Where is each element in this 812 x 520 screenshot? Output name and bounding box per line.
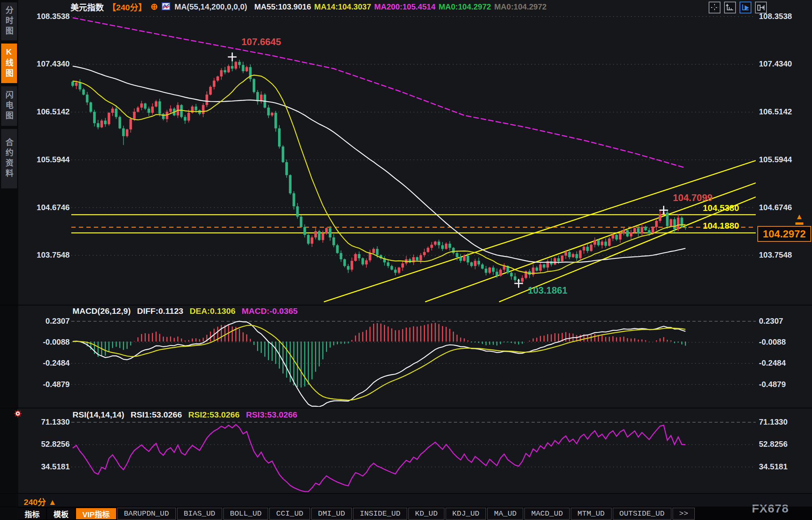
toolbar-tab->>[interactable]: >> bbox=[673, 508, 695, 520]
app-window: 分时图K线图闪电图合约资料 美元指数 【240分】 ⊕ MA(55,14,200… bbox=[0, 0, 812, 520]
hline-label: 104.5380 bbox=[692, 203, 739, 213]
toolbar-tab-指标[interactable]: 指标 bbox=[18, 508, 46, 519]
toolbar-tab-MA_UD[interactable]: MA_UD bbox=[487, 508, 523, 520]
macd-tick-right: -0.2484 bbox=[759, 359, 786, 368]
toolbar-tab-CCI_UD[interactable]: CCI_UD bbox=[269, 508, 310, 520]
price-tick-right: 108.3538 bbox=[759, 12, 792, 21]
pane-separator bbox=[0, 493, 812, 494]
svg-text:104.7099: 104.7099 bbox=[673, 192, 713, 203]
rsi-tick-right: 71.1330 bbox=[759, 418, 787, 427]
toolbar-tab-DMI_UD[interactable]: DMI_UD bbox=[311, 508, 352, 520]
date-axis bbox=[18, 494, 812, 507]
macd-tick-left: 0.2307 bbox=[23, 317, 70, 326]
target-icon[interactable] bbox=[13, 409, 22, 419]
macd-tick-right: 0.2307 bbox=[759, 317, 783, 326]
toolbar-tab-BIAS_UD[interactable]: BIAS_UD bbox=[177, 508, 222, 520]
toolbar-tab-VIP指标[interactable]: VIP指标 bbox=[76, 508, 116, 519]
brand-watermark: FX678 bbox=[752, 502, 789, 515]
price-tick-right: 104.6746 bbox=[759, 203, 792, 212]
toolbar-tab-OUTSIDE_UD[interactable]: OUTSIDE_UD bbox=[613, 508, 671, 520]
toolbar-tab-MACD_UD[interactable]: MACD_UD bbox=[524, 508, 570, 520]
macd-tick-right: -0.4879 bbox=[759, 380, 786, 389]
price-tick-left: 107.4340 bbox=[23, 59, 70, 68]
price-tick-right: 103.7548 bbox=[759, 251, 792, 260]
indicator-toolbar: 指标模板VIP指标BARUPDN_UDBIAS_UDBOLL_UDCCI_UDD… bbox=[18, 507, 812, 520]
toolbar-tab-BOLL_UD[interactable]: BOLL_UD bbox=[223, 508, 269, 520]
svg-text:107.6645: 107.6645 bbox=[241, 36, 281, 47]
toolbar-tab-KDJ_UD[interactable]: KDJ_UD bbox=[446, 508, 486, 520]
chart-canvas[interactable]: 107.6645103.1861104.7099 bbox=[0, 0, 812, 520]
pane-separator bbox=[0, 305, 812, 306]
price-up-arrow-icon: ▲▬ bbox=[795, 214, 803, 225]
price-tick-left: 104.6746 bbox=[23, 203, 70, 212]
rsi-tick-right: 34.5181 bbox=[759, 462, 787, 471]
footer-period-label: 240分 bbox=[24, 497, 46, 507]
up-triangle-icon: ▲ bbox=[48, 497, 57, 507]
macd-tick-left: -0.0088 bbox=[23, 338, 70, 347]
hline-label: 104.1880 bbox=[692, 221, 739, 231]
macd-tick-right: -0.0088 bbox=[759, 338, 786, 347]
toolbar-tab-BARUPDN_UD[interactable]: BARUPDN_UD bbox=[117, 508, 176, 520]
price-tick-left: 108.3538 bbox=[23, 12, 70, 21]
toolbar-tab-模板[interactable]: 模板 bbox=[47, 508, 75, 519]
current-price-box: 104.2972 bbox=[757, 226, 811, 242]
rsi-tick-left: 52.8256 bbox=[23, 440, 70, 449]
rsi-tick-right: 52.8256 bbox=[759, 440, 787, 449]
pane-separator bbox=[0, 408, 812, 408]
toolbar-tab-MTM_UD[interactable]: MTM_UD bbox=[571, 508, 611, 520]
price-tick-right: 106.5142 bbox=[759, 107, 792, 116]
toolbar-tab-KD_UD[interactable]: KD_UD bbox=[408, 508, 444, 520]
price-tick-left: 103.7548 bbox=[23, 251, 70, 260]
macd-tick-left: -0.2484 bbox=[23, 359, 70, 368]
svg-text:103.1861: 103.1861 bbox=[528, 285, 568, 296]
macd-tick-left: -0.4879 bbox=[23, 380, 70, 389]
rsi-tick-left: 71.1330 bbox=[23, 418, 70, 427]
price-tick-right: 105.5944 bbox=[759, 155, 792, 164]
footer-period-toggle[interactable]: 240分 ▲ bbox=[24, 495, 57, 507]
price-tick-left: 106.5142 bbox=[23, 107, 70, 116]
price-tick-left: 105.5944 bbox=[23, 155, 70, 164]
price-tick-right: 107.4340 bbox=[759, 59, 792, 68]
pane-separator bbox=[0, 507, 812, 507]
toolbar-tab-INSIDE_UD[interactable]: INSIDE_UD bbox=[353, 508, 407, 520]
rsi-tick-left: 34.5181 bbox=[23, 462, 70, 471]
